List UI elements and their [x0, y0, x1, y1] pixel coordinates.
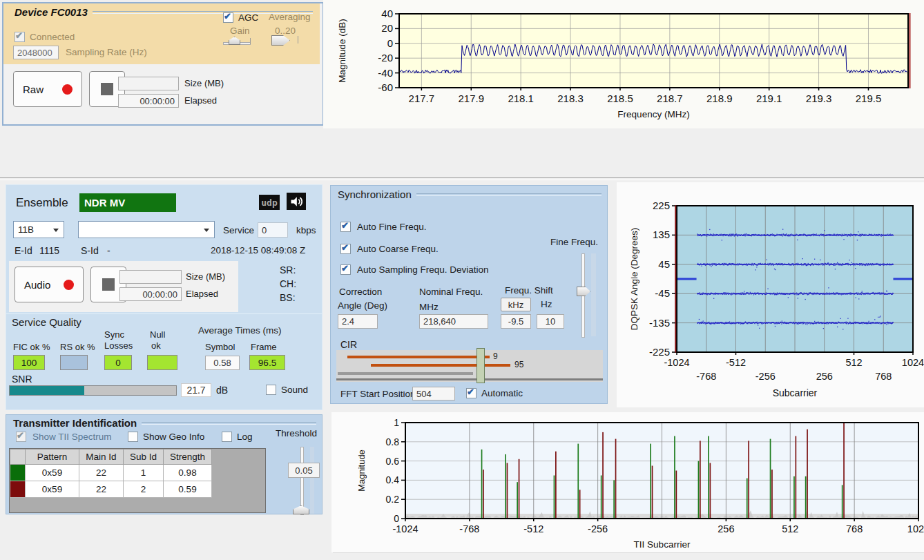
connected-label: Connected [30, 32, 75, 42]
service-quality-title: Service Quality [12, 316, 81, 328]
svg-text:135: 135 [653, 229, 670, 240]
svg-text:217.7: 217.7 [409, 93, 435, 104]
svg-text:Magnitude (dB): Magnitude (dB) [337, 19, 347, 82]
svg-text:-256: -256 [588, 523, 608, 534]
shift-khz-field[interactable]: -9.5 [501, 314, 531, 329]
section-divider [6, 313, 322, 314]
sid-label: S-Id [81, 245, 99, 256]
sampling-rate-field[interactable]: 2048000 [13, 46, 59, 59]
dab-receiver-window: Device FC0013 Connected 2048000 Sampling… [0, 0, 924, 560]
svg-text:218.5: 218.5 [607, 93, 633, 104]
cir-marker-2-label: 95 [514, 360, 523, 369]
averaging-label: Averaging [269, 12, 311, 22]
cir-bar-4 [336, 378, 603, 380]
service-combo[interactable] [78, 221, 215, 238]
sound-checkbox[interactable] [266, 385, 276, 395]
svg-text:40: 40 [381, 8, 393, 19]
cir-display: 9 95 [336, 350, 603, 382]
svg-text:-1024: -1024 [664, 357, 689, 368]
shift-hz-field[interactable]: 10 [537, 314, 564, 329]
svg-text:512: 512 [845, 357, 862, 368]
svg-text:Magnitude: Magnitude [356, 450, 367, 492]
cir-position-handle[interactable] [477, 348, 485, 383]
svg-text:768: 768 [875, 371, 892, 382]
bs-label: BS: [280, 292, 296, 303]
null-ok-box [147, 355, 177, 370]
transmitter-identification-panel: Transmitter Identification Show TII Spec… [6, 414, 323, 514]
device-title: Device FC0013 [15, 6, 88, 18]
udp-badge[interactable]: udp [259, 195, 280, 210]
avg-times-title: Average Times (ms) [198, 325, 282, 336]
null-ok-label: Null [150, 329, 165, 340]
khz-button[interactable]: kHz [501, 298, 531, 311]
eid-value: 1115 [39, 245, 59, 256]
raw-size-label: Size (MB) [184, 78, 224, 88]
rs-label: RS ok % [60, 342, 95, 352]
auto-coarse-freq-checkbox[interactable] [340, 244, 351, 254]
svg-text:256: 256 [816, 371, 833, 382]
correction-angle-field[interactable]: 2.4 [338, 314, 378, 329]
fft-start-field[interactable]: 504 [412, 387, 455, 400]
sync-losses-box: 0 [104, 355, 132, 370]
averaging-slider-thumb[interactable] [271, 35, 290, 46]
datetime-value: 2018-12-15 08:49:08 Z [211, 245, 305, 255]
svg-text:20: 20 [381, 22, 393, 34]
connected-checkbox[interactable] [15, 32, 25, 42]
show-geo-checkbox[interactable] [128, 432, 138, 442]
tii-table-row[interactable]: 0x59 22 1 0.98 [10, 465, 212, 481]
gain-slider-tick [250, 38, 251, 44]
fine-freq-slider-thumb[interactable] [577, 287, 590, 296]
auto-coarse-freq-label: Auto Coarse Frequ. [357, 244, 439, 254]
show-tii-checkbox[interactable] [16, 432, 26, 442]
correction-label2: Angle (Deg) [338, 300, 387, 311]
show-tii-label: Show TII Spectrum [32, 432, 112, 442]
raw-elapsed-label: Elapsed [184, 95, 217, 106]
chevron-down-icon [53, 229, 59, 232]
svg-text:512: 512 [782, 523, 798, 534]
sid-value: - [107, 245, 110, 256]
synchronization-panel: Synchronization Auto Fine Frequ. Auto Co… [330, 185, 608, 404]
ensemble-name-box: NDR MV [79, 193, 176, 212]
speaker-icon [289, 195, 303, 209]
nominal-freq-field[interactable]: 218,640 [419, 314, 488, 329]
svg-text:219.1: 219.1 [756, 93, 782, 104]
cir-label: CIR [340, 339, 357, 350]
auto-sampling-checkbox[interactable] [340, 264, 351, 275]
svg-text:-768: -768 [696, 371, 716, 382]
stop-icon [101, 83, 113, 95]
correction-label: Correction [339, 287, 382, 297]
svg-text:0.8: 0.8 [386, 436, 400, 447]
svg-text:0: 0 [394, 513, 399, 524]
agc-checkbox[interactable] [223, 12, 233, 23]
channel-combo[interactable]: 11B [13, 221, 64, 238]
averaging-slider-tick [298, 36, 298, 44]
svg-text:-225: -225 [649, 346, 670, 358]
automatic-checkbox[interactable] [466, 388, 477, 398]
service-bitrate-field: 0 [258, 222, 288, 238]
audio-record-button[interactable]: Audio [15, 267, 84, 302]
gain-slider-thumb[interactable] [229, 37, 240, 45]
audio-elapsed-field: 00:00:00 [119, 287, 182, 301]
raw-elapsed-field: 00:00:00 [118, 94, 179, 108]
tii-row-color-swatch [10, 465, 26, 481]
threshold-slider-track[interactable] [300, 447, 304, 515]
svg-text:-512: -512 [523, 523, 543, 534]
speaker-button[interactable] [287, 193, 306, 210]
audio-record-group: Audio 00:00:00 Size (MB) Elapsed [9, 261, 238, 312]
tii-table-row[interactable]: 0x59 22 2 0.59 [10, 481, 212, 498]
svg-text:Frequency (MHz): Frequency (MHz) [617, 109, 689, 119]
log-checkbox[interactable] [222, 432, 232, 442]
snr-label: SNR [12, 374, 32, 385]
ensemble-panel: Ensemble NDR MV udp 11B Service 0 kbps E… [6, 184, 323, 410]
sync-losses-label2: Losses [104, 340, 133, 351]
raw-record-button[interactable]: Raw [13, 71, 82, 107]
threshold-label: Threshold [276, 428, 317, 438]
tii-spectrum-chart: 10.80.60.40.20-1024-768-512-256256512768… [331, 412, 924, 552]
auto-fine-freq-label: Auto Fine Frequ. [357, 222, 427, 232]
automatic-label: Automatic [481, 388, 523, 398]
threshold-slider-thumb[interactable] [293, 505, 309, 514]
frame-label: Frame [251, 342, 277, 352]
auto-fine-freq-checkbox[interactable] [340, 222, 351, 232]
svg-text:219.5: 219.5 [856, 93, 882, 104]
ch-label: CH: [280, 278, 296, 289]
